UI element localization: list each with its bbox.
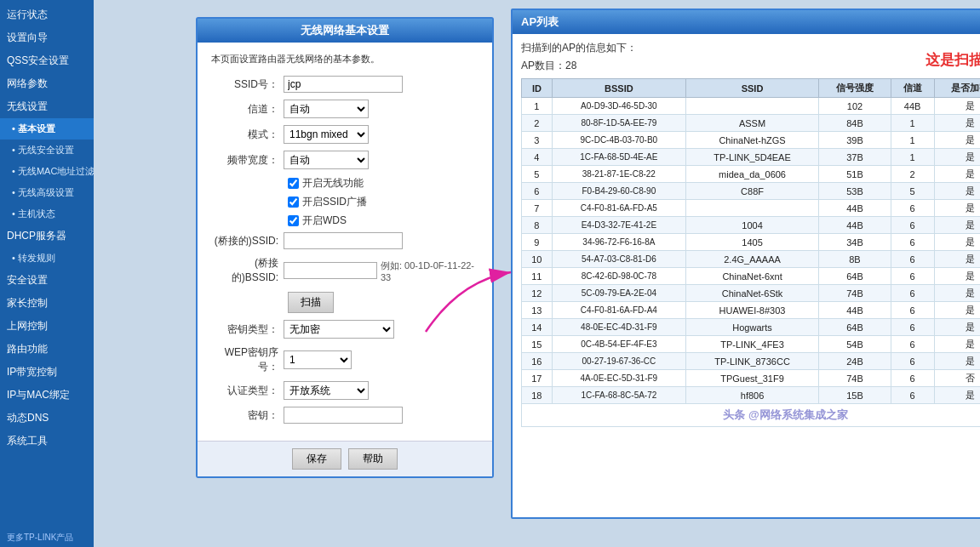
cb-wds-row: 开启WDS [288, 214, 479, 228]
mode-select[interactable]: 11bgn mixed [284, 125, 369, 144]
cell-id: 16 [522, 353, 553, 370]
wep-select[interactable]: 1 [284, 350, 352, 369]
cell-encrypted: 是 [934, 132, 980, 149]
cell-signal: 39B [819, 132, 891, 149]
cell-bssid: 9C-DC-4B-03-70-B0 [552, 132, 685, 149]
bridge-ssid-input[interactable] [284, 232, 403, 249]
cell-ssid [685, 98, 818, 115]
cell-bssid: 5C-09-79-EA-2E-04 [552, 285, 685, 302]
sidebar-more: 更多TP-LINK产品 [0, 528, 94, 547]
sidebar-item-dhcp[interactable]: DHCP服务器 [0, 225, 94, 248]
sidebar-item-wireless-security[interactable]: • 无线安全设置 [0, 140, 94, 161]
cell-channel: 6 [891, 387, 934, 404]
sidebar-item-wireless-mac[interactable]: • 无线MAC地址过滤 [0, 161, 94, 182]
table-row: 4 1C-FA-68-5D-4E-AE TP-LINK_5D4EAE 37B 1… [522, 149, 981, 166]
cell-encrypted: 是 [934, 98, 980, 115]
cell-encrypted: 是 [934, 251, 980, 268]
sidebar-item-security[interactable]: 安全设置 [0, 269, 94, 292]
channel-label: 信道： [211, 102, 284, 117]
table-row: 15 0C-4B-54-EF-4F-E3 TP-LINK_4FE3 54B 6 … [522, 336, 981, 353]
sidebar-item-bandwidth[interactable]: IP带宽控制 [0, 361, 94, 384]
cell-bssid: 0C-4B-54-EF-4F-E3 [552, 336, 685, 353]
sidebar-item-network[interactable]: 网络参数 [0, 72, 94, 95]
ssid-label: SSID号： [211, 77, 284, 92]
cell-signal: 34B [819, 234, 891, 251]
wireless-dialog: 无线网络基本设置 本页面设置路由器无线网络的基本参数。 SSID号： 信道： 自… [196, 17, 494, 478]
sidebar-item-ddns[interactable]: 动态DNS [0, 407, 94, 430]
cell-encrypted: 是 [934, 217, 980, 234]
cell-ssid: ASSM [685, 115, 818, 132]
col-id: ID [522, 79, 553, 98]
cb-ssid-input[interactable] [288, 197, 299, 208]
cell-id: 8 [522, 217, 553, 234]
table-row: 2 80-8F-1D-5A-EE-79 ASSM 84B 1 是 连接 [522, 115, 981, 132]
encrypt-select[interactable]: 无加密 [284, 320, 394, 339]
cb-wds-label: 开启WDS [302, 214, 347, 228]
key-input[interactable] [284, 407, 403, 424]
table-row: 10 54-A7-03-C8-81-D6 2.4G_AAAAA 8B 6 是 连… [522, 251, 981, 268]
cell-bssid: F0-B4-29-60-C8-90 [552, 183, 685, 200]
bridge-bssid-row: (桥接的)BSSID: 例如: 00-1D-0F-11-22-33 [211, 256, 479, 285]
table-row: 7 C4-F0-81-6A-FD-A5 44B 6 是 连接 [522, 200, 981, 217]
cell-signal: 44B [819, 200, 891, 217]
cell-bssid: 54-A7-03-C8-81-D6 [552, 251, 685, 268]
bridge-bssid-input[interactable] [284, 262, 377, 279]
sidebar-item-forward[interactable]: • 转发规则 [0, 248, 94, 269]
sidebar-item-basic-settings[interactable]: • 基本设置 [0, 118, 94, 140]
cell-ssid: 1004 [685, 217, 818, 234]
save-button[interactable]: 保存 [292, 448, 341, 470]
cell-ssid: TPGuest_31F9 [685, 370, 818, 387]
scan-button[interactable]: 扫描 [288, 292, 334, 313]
sidebar-item-routing[interactable]: 路由功能 [0, 338, 94, 361]
sidebar-item-wireless-advanced[interactable]: • 无线高级设置 [0, 182, 94, 203]
dialog-body: 本页面设置路由器无线网络的基本参数。 SSID号： 信道： 自动 模式： 11b… [198, 43, 492, 441]
key-label: 密钥： [211, 408, 284, 423]
cell-id: 12 [522, 285, 553, 302]
cell-ssid: Hogwarts [685, 319, 818, 336]
cell-ssid [685, 200, 818, 217]
cell-id: 1 [522, 98, 553, 115]
bridge-bssid-label: (桥接的)BSSID: [211, 256, 284, 285]
sidebar-item-wireless[interactable]: 无线设置 [0, 95, 94, 118]
cell-signal: 37B [819, 149, 891, 166]
cell-ssid: ChinaNet-6Stk [685, 285, 818, 302]
sidebar-item-setup-wizard[interactable]: 设置向导 [0, 26, 94, 49]
cb-wds-input[interactable] [288, 215, 299, 226]
cell-bssid: 1C-FA-68-8C-5A-72 [552, 387, 685, 404]
cell-channel: 5 [891, 183, 934, 200]
ssid-input[interactable] [284, 76, 403, 93]
cell-signal: 24B [819, 353, 891, 370]
bandwidth-select[interactable]: 自动 [284, 151, 369, 169]
sidebar-item-host-status[interactable]: • 主机状态 [0, 203, 94, 225]
cell-bssid: 80-8F-1D-5A-EE-79 [552, 115, 685, 132]
table-row: 17 4A-0E-EC-5D-31-F9 TPGuest_31F9 74B 6 … [522, 370, 981, 387]
channel-select[interactable]: 自动 [284, 100, 369, 118]
cell-encrypted: 否 [934, 370, 980, 387]
cell-signal: 8B [819, 251, 891, 268]
cell-id: 11 [522, 268, 553, 285]
cell-id: 13 [522, 302, 553, 319]
cell-encrypted: 是 [934, 319, 980, 336]
auth-select[interactable]: 开放系统 [284, 381, 369, 400]
sidebar-item-parental[interactable]: 家长控制 [0, 292, 94, 315]
ap-table: ID BSSID SSID 信号强度 信道 是否加密 选择 1 A0-D9-3D… [521, 78, 980, 427]
cell-channel: 6 [891, 200, 934, 217]
cb-ssid-label: 开启SSID广播 [302, 195, 367, 209]
sidebar-item-internet-ctrl[interactable]: 上网控制 [0, 315, 94, 338]
ap-panel-title: AP列表 [513, 10, 980, 34]
help-button[interactable]: 帮助 [348, 448, 398, 470]
cell-channel: 1 [891, 149, 934, 166]
cb-wireless-input[interactable] [288, 178, 299, 189]
sidebar-item-qss[interactable]: QSS安全设置 [0, 49, 94, 72]
cell-id: 15 [522, 336, 553, 353]
cell-encrypted: 是 [934, 149, 980, 166]
cell-encrypted: 是 [934, 353, 980, 370]
cell-signal: 44B [819, 217, 891, 234]
encrypt-label: 密钥类型： [211, 322, 284, 337]
cell-ssid: hf806 [685, 387, 818, 404]
sidebar-item-ip-mac[interactable]: IP与MAC绑定 [0, 384, 94, 407]
sidebar-item-system-tools[interactable]: 系统工具 [0, 430, 94, 453]
sidebar-item-run-status[interactable]: 运行状态 [0, 3, 94, 26]
auth-label: 认证类型： [211, 384, 284, 398]
cell-bssid: E4-D3-32-7E-41-2E [552, 217, 685, 234]
